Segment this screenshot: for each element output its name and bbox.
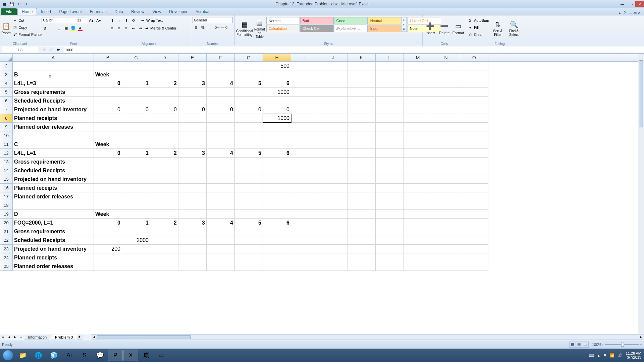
cell-O11[interactable] <box>460 140 488 149</box>
cell-E13[interactable] <box>178 158 207 166</box>
minimize-ribbon-icon[interactable]: ▴ <box>619 11 621 15</box>
cell-K24[interactable] <box>347 253 376 262</box>
cell-B15[interactable] <box>94 175 122 184</box>
cell-N11[interactable] <box>432 140 460 149</box>
cell-L8[interactable] <box>376 114 404 123</box>
delete-cells-button[interactable]: ➖Delete <box>438 17 451 39</box>
cell-M4[interactable] <box>404 79 432 88</box>
cell-L11[interactable] <box>376 140 404 149</box>
row-header-13[interactable]: 13 <box>0 158 13 166</box>
cell-H19[interactable] <box>263 210 291 219</box>
cell-C6[interactable] <box>122 97 150 105</box>
cell-N3[interactable] <box>432 70 460 79</box>
cell-N24[interactable] <box>432 253 460 262</box>
save-icon[interactable]: 💾 <box>9 1 15 7</box>
cell-O12[interactable] <box>460 149 488 158</box>
font-family-combo[interactable]: Calibri <box>42 17 75 23</box>
cell-B18[interactable] <box>94 201 122 210</box>
sheet-tab-problem-3[interactable]: Problem 3 <box>51 335 77 340</box>
decrease-decimal-icon[interactable]: ←.0 <box>221 24 227 31</box>
cell-B5[interactable] <box>94 88 122 97</box>
cell-M5[interactable] <box>404 88 432 97</box>
cell-C12[interactable]: 1 <box>122 149 150 158</box>
cell-O8[interactable] <box>460 114 488 123</box>
cell-O16[interactable] <box>460 184 488 192</box>
cell-J11[interactable] <box>319 140 347 149</box>
cell-O13[interactable] <box>460 158 488 166</box>
zoom-level[interactable]: 100% <box>592 343 601 347</box>
redo-icon[interactable]: ↷ <box>23 1 29 7</box>
cell-O10[interactable] <box>460 131 488 140</box>
cell-I15[interactable] <box>291 175 319 184</box>
cell-J23[interactable] <box>319 245 347 253</box>
cell-F22[interactable] <box>207 236 235 245</box>
conditional-formatting-button[interactable]: ▤Conditional Formatting <box>236 17 253 39</box>
cell-F25[interactable] <box>207 262 235 271</box>
cell-J15[interactable] <box>319 175 347 184</box>
tab-acrobat[interactable]: Acrobat <box>192 8 213 15</box>
cell-D11[interactable] <box>150 140 178 149</box>
cell-F5[interactable] <box>207 88 235 97</box>
column-header-C[interactable]: C <box>122 54 150 61</box>
cell-M22[interactable] <box>404 236 432 245</box>
cell-I4[interactable] <box>291 79 319 88</box>
tab-insert[interactable]: Insert <box>37 8 55 15</box>
cell-E6[interactable] <box>178 97 207 105</box>
taskbar-chrome-icon[interactable]: 🌐 <box>31 350 46 361</box>
cell-K16[interactable] <box>347 184 376 192</box>
cell-E11[interactable] <box>178 140 207 149</box>
align-left-icon[interactable]: ≡ <box>109 25 115 32</box>
cell-O9[interactable] <box>460 123 488 131</box>
cell-G2[interactable] <box>235 62 263 70</box>
cell-D23[interactable] <box>150 245 178 253</box>
cell-F19[interactable] <box>207 210 235 219</box>
cell-D25[interactable] <box>150 262 178 271</box>
vertical-scrollbar[interactable] <box>638 54 644 334</box>
cell-A21[interactable]: Gross requirements <box>13 227 94 236</box>
sheet-nav-prev-icon[interactable]: ◀ <box>6 334 12 340</box>
taskbar-app2-icon[interactable]: ▭ <box>154 350 169 361</box>
row-header-15[interactable]: 15 <box>0 175 13 184</box>
cell-D24[interactable] <box>150 253 178 262</box>
row-header-8[interactable]: 8 <box>0 114 13 123</box>
cell-L10[interactable] <box>376 131 404 140</box>
tab-home[interactable]: Home <box>17 8 37 15</box>
cell-G6[interactable] <box>235 97 263 105</box>
cell-E4[interactable]: 3 <box>178 79 207 88</box>
cell-O6[interactable] <box>460 97 488 105</box>
cell-H16[interactable] <box>263 184 291 192</box>
row-header-5[interactable]: 5 <box>0 88 13 97</box>
cell-H11[interactable] <box>263 140 291 149</box>
row-header-25[interactable]: 25 <box>0 262 13 271</box>
cell-E7[interactable]: 0 <box>178 105 207 114</box>
cell-F18[interactable] <box>207 201 235 210</box>
column-header-L[interactable]: L <box>376 54 404 61</box>
cell-I17[interactable] <box>291 192 319 201</box>
cell-I8[interactable] <box>291 114 319 123</box>
column-header-O[interactable]: O <box>460 54 488 61</box>
cell-M15[interactable] <box>404 175 432 184</box>
cell-F16[interactable] <box>207 184 235 192</box>
cell-A23[interactable]: Projected on hand inventory <box>13 245 94 253</box>
cell-A24[interactable]: Planned receipts <box>13 253 94 262</box>
cell-I14[interactable] <box>291 166 319 175</box>
cell-H15[interactable] <box>263 175 291 184</box>
cell-H25[interactable] <box>263 262 291 271</box>
cell-D12[interactable]: 2 <box>150 149 178 158</box>
cell-D20[interactable]: 2 <box>150 219 178 227</box>
cut-button[interactable]: ✂Cut <box>12 17 43 24</box>
cell-E3[interactable] <box>178 70 207 79</box>
cell-D15[interactable] <box>150 175 178 184</box>
cell-J7[interactable] <box>319 105 347 114</box>
cell-J4[interactable] <box>319 79 347 88</box>
cell-F4[interactable]: 4 <box>207 79 235 88</box>
cell-M21[interactable] <box>404 227 432 236</box>
cell-F6[interactable] <box>207 97 235 105</box>
cell-H17[interactable] <box>263 192 291 201</box>
minimize-button[interactable]: — <box>618 1 627 7</box>
column-header-G[interactable]: G <box>235 54 263 61</box>
cell-K4[interactable] <box>347 79 376 88</box>
cell-H5[interactable]: 1000 <box>263 88 291 97</box>
style-neutral[interactable]: Neutral <box>368 17 401 24</box>
cell-I21[interactable] <box>291 227 319 236</box>
